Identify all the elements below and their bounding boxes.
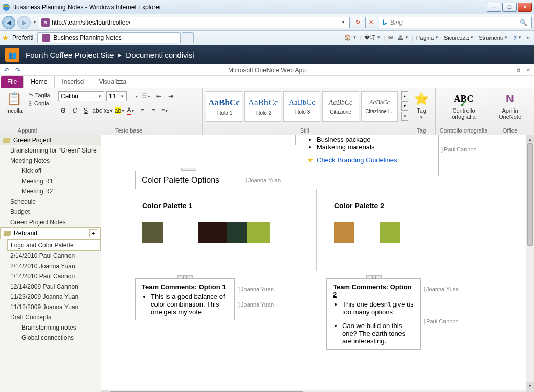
page-global-connections[interactable]: Global connections xyxy=(7,333,101,343)
scroll-thumb[interactable] xyxy=(527,143,533,246)
note-container-comments-1[interactable]: ⋮⋮ Team Comments: Option 1 This is a goo… xyxy=(135,278,235,320)
address-bar[interactable]: N http://team/sites/fourthcoffee/ ▼ xyxy=(39,17,350,28)
page-meeting-r1[interactable]: Meeting R1 xyxy=(7,176,101,186)
page-meeting-r2[interactable]: Meeting R2 xyxy=(7,186,101,197)
favorites-label[interactable]: Preferiti xyxy=(12,34,33,41)
note-drag-handle[interactable]: ⋮⋮ xyxy=(181,168,196,171)
style-titolo3[interactable]: AaBbCcTitolo 3 xyxy=(283,91,320,122)
page-history-6[interactable]: 11/12/2009 Joanna Yuan xyxy=(7,302,101,312)
maximize-button[interactable]: ☐ xyxy=(502,3,517,12)
italic-button[interactable]: C xyxy=(70,105,80,116)
font-color-button[interactable]: A▼ xyxy=(126,105,136,116)
numbering-button[interactable]: ☰▼ xyxy=(141,91,151,101)
spellcheck-button[interactable]: ABC✓Controllo ortografia xyxy=(439,89,488,121)
read-mail-button[interactable]: ✉ xyxy=(386,33,395,42)
scroll-up-button[interactable]: ▴ xyxy=(526,135,534,143)
align-center-button[interactable]: ≡ xyxy=(148,105,159,116)
page-schedule[interactable]: Schedule xyxy=(7,197,101,207)
paste-button[interactable]: 📋 Incolla xyxy=(3,89,26,115)
feeds-button[interactable]: �订▼ xyxy=(362,33,383,42)
underline-button[interactable]: S xyxy=(81,105,91,116)
page-meeting-notes[interactable]: Meeting Notes xyxy=(7,156,101,166)
search-button[interactable]: 🔍 xyxy=(518,19,529,26)
align-left-button[interactable]: ≡ xyxy=(137,105,147,116)
tab-inserisci[interactable]: Inserisci xyxy=(55,76,92,88)
page-history-5[interactable]: 11/23/2009 Joanna Yuan xyxy=(7,292,101,302)
sharepoint-logo-icon[interactable]: 👥 xyxy=(5,48,19,62)
app-popout-button[interactable]: ⧉ xyxy=(515,67,522,74)
close-button[interactable]: ✕ xyxy=(518,3,532,12)
page-history-2[interactable]: 2/14/2010 Joanna Yuan xyxy=(7,261,101,271)
strike-button[interactable]: abc xyxy=(92,105,102,116)
note-drag-handle[interactable]: ⋮⋮ xyxy=(366,275,382,278)
page-history-3[interactable]: 1/14/2010 Paul Cannon xyxy=(7,271,101,281)
subscript-button[interactable]: x₂▼ xyxy=(103,105,114,116)
style-titolo2[interactable]: AaBbCcTitolo 2 xyxy=(244,91,281,122)
check-branding-link[interactable]: Check Branding Guidelines xyxy=(317,156,397,164)
bullets-button[interactable]: ≣▼ xyxy=(129,91,139,101)
minimize-button[interactable]: ─ xyxy=(487,3,501,12)
note-canvas[interactable]: Business package Marketing materials ★Ch… xyxy=(101,135,526,390)
app-close-button[interactable]: ✕ xyxy=(525,67,532,74)
font-size-select[interactable]: 11▼ xyxy=(106,91,127,101)
highlight-button[interactable]: ab▼ xyxy=(115,105,125,116)
home-button[interactable]: 🏠▼ xyxy=(342,33,359,42)
tab-file[interactable]: File xyxy=(1,76,23,88)
tab-home[interactable]: Home xyxy=(23,76,55,88)
breadcrumb-library[interactable]: Documenti condivisi xyxy=(126,51,194,59)
page-kickoff[interactable]: Kick off xyxy=(7,166,101,176)
refresh-button[interactable]: ↻ xyxy=(352,17,363,28)
command-overflow[interactable]: » xyxy=(525,34,532,42)
safety-menu[interactable]: Sicurezza▼ xyxy=(442,34,476,42)
favorites-star-icon[interactable]: ★ xyxy=(2,34,12,42)
style-citazione-i[interactable]: AaBbCcCitazione I... xyxy=(361,91,398,122)
page-brainstorming-green[interactable]: Brainstorming for "Green" Store xyxy=(7,145,101,156)
page-logo-color-palette[interactable]: Logo and Color Palette xyxy=(7,239,101,251)
stop-button[interactable]: ✕ xyxy=(365,17,376,28)
note-container-title[interactable]: ⋮⋮ Color Palette Options xyxy=(135,171,242,189)
style-titolo1[interactable]: AaBbCcTitolo 1 xyxy=(206,91,242,122)
add-page-button[interactable]: ✦ xyxy=(89,229,97,237)
section-rebrand[interactable]: Rebrand✦ xyxy=(0,227,101,239)
cut-button[interactable]: ✂Taglia xyxy=(28,91,51,99)
new-tab-button[interactable] xyxy=(182,32,194,43)
print-button[interactable]: 🖶▼ xyxy=(396,34,411,42)
note-drag-handle[interactable]: ⋮⋮ xyxy=(177,275,193,278)
back-button[interactable]: ◀ xyxy=(2,16,15,29)
browser-tab[interactable]: Business Planning Notes xyxy=(37,32,181,43)
address-dropdown[interactable]: ▼ xyxy=(339,20,347,25)
page-history-4[interactable]: 12/14/2009 Paul Cannon xyxy=(7,281,101,292)
scroll-down-button[interactable]: ▾ xyxy=(526,382,534,390)
page-menu[interactable]: Pagina▼ xyxy=(414,34,441,42)
vertical-scrollbar[interactable]: ▴ ▾ xyxy=(526,135,534,390)
page-green-notes[interactable]: Green Project Notes xyxy=(7,217,101,227)
font-name-select[interactable]: Calibri▼ xyxy=(58,91,104,101)
indent-button[interactable]: ⇥ xyxy=(166,91,176,101)
copy-button[interactable]: ⎘Copia xyxy=(28,100,51,107)
page-draft-concepts[interactable]: Draft Concepts xyxy=(7,312,101,322)
search-placeholder: Bing xyxy=(390,19,518,26)
tag-button[interactable]: ⭐Tag▼ xyxy=(410,89,433,122)
search-box[interactable]: Bing 🔍 xyxy=(379,17,532,28)
page-history-1[interactable]: 2/14/2010 Paul Cannon xyxy=(7,251,101,261)
redo-button[interactable]: ↷ xyxy=(13,66,23,75)
nav-history-dropdown[interactable]: ▼ xyxy=(33,20,37,25)
note-container-comments-2[interactable]: ⋮⋮ Team Comments: Option 2 This one does… xyxy=(326,278,421,350)
breadcrumb-site[interactable]: Fourth Coffee Project Site xyxy=(26,51,114,59)
note-container-branding[interactable]: Business package Marketing materials ★Ch… xyxy=(301,135,439,176)
align-right-button[interactable]: ≡▼ xyxy=(160,105,170,116)
note-container-top[interactable] xyxy=(112,135,296,145)
help-button[interactable]: ?▼ xyxy=(511,34,524,42)
horizontal-scrollbar[interactable]: ◂ ▸ xyxy=(101,390,534,392)
page-budget[interactable]: Budget xyxy=(7,207,101,217)
tab-visualizza[interactable]: Visualizza xyxy=(92,76,134,88)
open-in-onenote-button[interactable]: NApri in OneNote xyxy=(495,89,525,121)
page-brainstorming-notes[interactable]: Brainstorming notes xyxy=(7,322,101,333)
section-green-project[interactable]: Green Project xyxy=(0,135,101,145)
bold-button[interactable]: G xyxy=(58,105,69,116)
forward-button[interactable]: ▶ xyxy=(17,16,31,29)
tools-menu[interactable]: Strumenti▼ xyxy=(477,34,510,42)
undo-button[interactable]: ↶ xyxy=(2,66,11,75)
outdent-button[interactable]: ⇤ xyxy=(153,91,164,101)
style-citazione[interactable]: AaBbCcCitazione xyxy=(322,91,359,122)
